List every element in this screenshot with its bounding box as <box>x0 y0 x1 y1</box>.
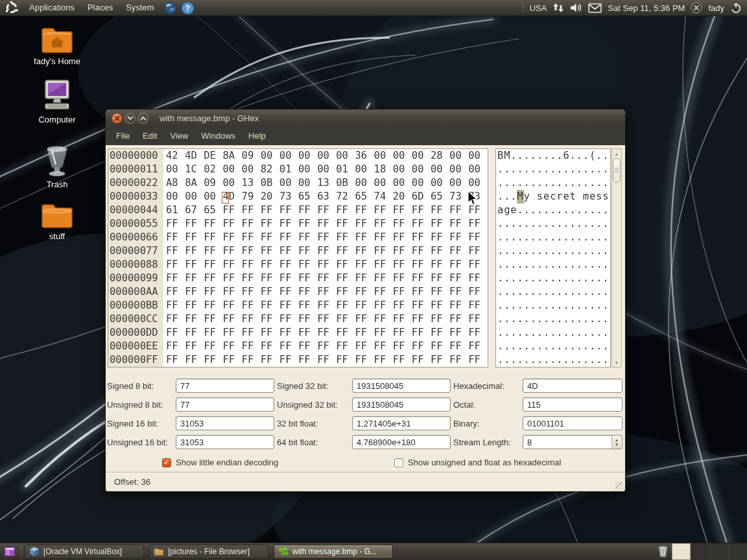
ascii-char[interactable]: . <box>510 176 517 190</box>
ascii-char[interactable]: . <box>537 340 543 353</box>
hex-byte[interactable]: FF <box>222 258 241 272</box>
ascii-char[interactable]: . <box>524 231 530 244</box>
ascii-char[interactable]: . <box>497 353 504 367</box>
hex-byte[interactable]: 65 <box>298 190 317 204</box>
hex-byte[interactable]: 20 <box>261 190 279 204</box>
ascii-char[interactable]: . <box>563 285 569 299</box>
ascii-row[interactable]: ................. <box>497 299 610 312</box>
ascii-char[interactable]: . <box>517 231 523 244</box>
ascii-char[interactable]: . <box>596 231 602 244</box>
hex-byte[interactable]: 00 <box>317 163 336 176</box>
hex-byte[interactable]: FF <box>222 272 241 285</box>
hex-byte[interactable]: FF <box>204 285 222 299</box>
hex-byte[interactable]: FF <box>374 285 393 299</box>
hex-byte[interactable]: FF <box>204 312 222 326</box>
hex-row[interactable]: 000000AAFFFFFFFFFFFFFFFFFFFFFFFFFFFFFFFF… <box>108 285 488 299</box>
ascii-char[interactable]: . <box>524 326 530 340</box>
hex-row[interactable]: 000000330000004D7920736563726574206D6573… <box>108 190 488 204</box>
hex-byte[interactable]: FF <box>222 217 241 231</box>
hex-byte[interactable]: FF <box>393 258 412 272</box>
hex-byte[interactable]: FF <box>336 285 355 299</box>
ascii-char[interactable]: . <box>543 176 550 190</box>
ascii-char[interactable]: . <box>596 299 602 312</box>
hex-byte[interactable]: FF <box>279 272 298 285</box>
ascii-char[interactable]: e <box>589 190 596 204</box>
ascii-char[interactable]: . <box>543 285 550 299</box>
hex-byte[interactable]: FF <box>242 244 261 258</box>
hex-byte[interactable]: FF <box>393 340 412 353</box>
hex-byte[interactable]: FF <box>204 231 222 244</box>
hex-byte[interactable]: 00 <box>298 176 317 190</box>
hex-byte[interactable]: FF <box>185 231 204 244</box>
ascii-char[interactable]: . <box>504 340 510 353</box>
ascii-char[interactable]: . <box>570 326 576 340</box>
ascii-char[interactable]: . <box>589 258 596 272</box>
ascii-row[interactable]: ................. <box>497 231 610 244</box>
ascii-char[interactable]: B <box>497 149 504 163</box>
ascii-char[interactable]: . <box>596 217 602 231</box>
ascii-char[interactable]: . <box>556 231 563 244</box>
conversion-value-field[interactable]: 1931508045 <box>352 379 451 393</box>
ascii-char[interactable]: . <box>596 353 602 367</box>
hex-byte[interactable]: 09 <box>242 149 261 163</box>
hex-byte[interactable]: 00 <box>166 163 185 176</box>
ascii-char[interactable]: . <box>550 204 556 217</box>
hex-byte[interactable]: 00 <box>449 149 468 163</box>
ascii-char[interactable]: . <box>556 149 563 163</box>
hex-byte[interactable]: 00 <box>298 149 317 163</box>
conversion-value-field[interactable]: 31053 <box>176 416 274 430</box>
ascii-char[interactable]: . <box>596 244 602 258</box>
ascii-char[interactable]: . <box>550 312 556 326</box>
hex-byte[interactable]: FF <box>261 285 279 299</box>
ascii-char[interactable]: ( <box>589 149 596 163</box>
hex-byte[interactable]: FF <box>279 340 298 353</box>
ascii-char[interactable]: . <box>563 244 569 258</box>
ascii-char[interactable]: . <box>589 231 596 244</box>
ascii-char[interactable]: . <box>583 217 589 231</box>
hex-byte[interactable]: FF <box>204 244 222 258</box>
ascii-row[interactable]: ................. <box>497 217 610 231</box>
ascii-char[interactable]: . <box>543 272 550 285</box>
hex-byte[interactable]: FF <box>412 340 431 353</box>
ascii-char[interactable]: . <box>602 176 609 190</box>
ascii-char[interactable]: . <box>589 285 596 299</box>
hex-byte[interactable]: A8 <box>166 176 185 190</box>
hex-byte[interactable]: FF <box>449 204 468 217</box>
hex-byte[interactable]: 00 <box>393 176 412 190</box>
hex-byte[interactable]: FF <box>393 285 412 299</box>
desktop-icon-computer[interactable]: Computer <box>25 79 89 124</box>
hex-byte[interactable]: FF <box>393 231 412 244</box>
hex-byte[interactable]: FF <box>242 312 261 326</box>
hex-byte[interactable]: FF <box>449 340 468 353</box>
hex-byte[interactable]: FF <box>222 204 241 217</box>
ascii-char[interactable]: s <box>596 190 602 204</box>
ascii-char[interactable]: . <box>504 176 510 190</box>
ascii-char[interactable]: . <box>543 244 550 258</box>
hex-byte[interactable]: 00 <box>261 149 279 163</box>
ascii-char[interactable]: e <box>563 190 569 204</box>
ascii-char[interactable]: . <box>596 163 602 176</box>
hex-row[interactable]: 000000EEFFFFFFFFFFFFFFFFFFFFFFFFFFFFFFFF… <box>108 340 488 353</box>
hex-byte[interactable]: 8A <box>222 149 241 163</box>
hex-byte[interactable]: FF <box>412 299 431 312</box>
ascii-char[interactable]: . <box>583 326 589 340</box>
hex-byte[interactable]: FF <box>393 272 412 285</box>
hex-byte[interactable]: 6D <box>412 190 431 204</box>
hex-byte[interactable]: FF <box>355 285 374 299</box>
ascii-char[interactable]: . <box>602 258 609 272</box>
hex-row[interactable]: 00000055FFFFFFFFFFFFFFFFFFFFFFFFFFFFFFFF… <box>108 217 488 231</box>
ascii-char[interactable]: . <box>530 176 537 190</box>
ascii-char[interactable]: . <box>510 258 517 272</box>
workspace-4[interactable] <box>728 543 747 560</box>
hex-byte[interactable]: FF <box>317 231 336 244</box>
hex-byte[interactable]: 00 <box>317 149 336 163</box>
clock[interactable]: Sat Sep 11, 5:36 PM <box>608 3 685 13</box>
hex-byte[interactable]: 28 <box>431 149 449 163</box>
ascii-char[interactable]: . <box>576 326 583 340</box>
ascii-char[interactable]: . <box>530 285 537 299</box>
hex-byte[interactable]: FF <box>468 353 487 367</box>
hex-byte[interactable]: 74 <box>374 190 393 204</box>
ascii-char[interactable]: . <box>576 340 583 353</box>
hex-byte[interactable]: FF <box>204 217 222 231</box>
ascii-char[interactable]: s <box>537 190 543 204</box>
